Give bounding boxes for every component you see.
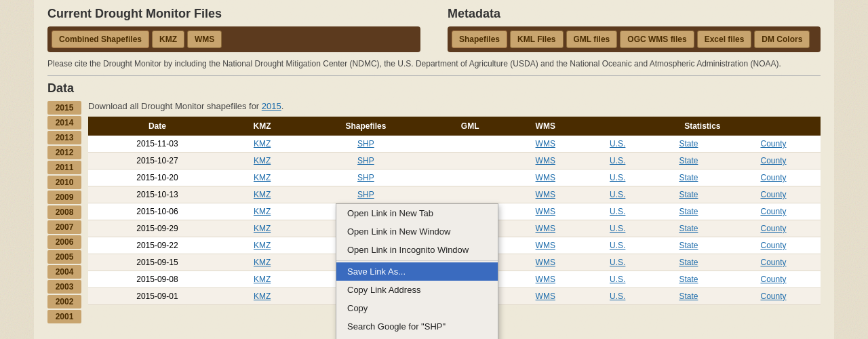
state-link[interactable]: State [679, 258, 698, 267]
cell-county: County [726, 271, 821, 288]
kmz-link[interactable]: KMZ [254, 275, 271, 284]
year-btn-2013[interactable]: 2013 [47, 131, 81, 144]
county-link[interactable]: County [760, 156, 786, 165]
shp-link[interactable]: SHP [357, 190, 374, 199]
county-link[interactable]: County [760, 292, 786, 301]
county-link[interactable]: County [760, 190, 786, 199]
cell-county: County [726, 254, 821, 271]
county-link[interactable]: County [760, 173, 786, 182]
cell-wms: WMS [507, 254, 585, 271]
context-menu-item[interactable]: Save Link As... [336, 262, 498, 281]
wms-link[interactable]: WMS [536, 173, 555, 182]
year-btn-2004[interactable]: 2004 [47, 265, 81, 279]
county-link[interactable]: County [760, 258, 786, 267]
county-link[interactable]: County [760, 207, 786, 216]
year-btn-2003[interactable]: 2003 [47, 280, 81, 294]
ogc-wms-btn[interactable]: OGC WMS files [620, 31, 694, 48]
year-btn-2009[interactable]: 2009 [47, 191, 81, 204]
menu-item-label: Open Link in Incognito Window [347, 245, 469, 255]
county-link[interactable]: County [760, 224, 786, 233]
wms-link[interactable]: WMS [536, 139, 555, 148]
cell-date: 2015-09-29 [88, 220, 226, 237]
wms-link[interactable]: WMS [536, 292, 555, 301]
year-btn-2007[interactable]: 2007 [47, 220, 81, 234]
drought-btn-group: Combined Shapefiles KMZ WMS [47, 26, 420, 52]
us-link[interactable]: U.S. [610, 156, 625, 165]
county-link[interactable]: County [760, 241, 786, 250]
cell-us: U.S. [585, 153, 651, 170]
kmz-link[interactable]: KMZ [254, 224, 271, 233]
state-link[interactable]: State [679, 241, 698, 250]
kmz-link[interactable]: KMZ [254, 156, 271, 165]
context-menu-item[interactable]: Print... [336, 336, 498, 339]
context-menu-item[interactable]: Open Link in Incognito Window [336, 241, 498, 259]
year-btn-2006[interactable]: 2006 [47, 235, 81, 249]
state-link[interactable]: State [679, 224, 698, 233]
us-link[interactable]: U.S. [610, 258, 625, 267]
state-link[interactable]: State [679, 207, 698, 216]
kmz-link[interactable]: KMZ [254, 190, 271, 199]
kmz-link[interactable]: KMZ [254, 258, 271, 267]
year-btn-2010[interactable]: 2010 [47, 176, 81, 189]
shapefiles-btn[interactable]: Shapefiles [452, 31, 507, 48]
year-btn-2001[interactable]: 2001 [47, 310, 81, 323]
us-link[interactable]: U.S. [610, 173, 625, 182]
year-btn-2002[interactable]: 2002 [47, 295, 81, 308]
wms-link[interactable]: WMS [536, 241, 555, 250]
wms-link[interactable]: WMS [536, 258, 555, 267]
kmz-link[interactable]: KMZ [254, 139, 271, 148]
us-link[interactable]: U.S. [610, 207, 625, 216]
dm-colors-btn[interactable]: DM Colors [754, 31, 810, 48]
year-btn-2011[interactable]: 2011 [47, 161, 81, 174]
wms-btn[interactable]: WMS [187, 31, 222, 48]
context-menu-item[interactable]: Open Link in New Tab [336, 204, 498, 222]
cell-wms: WMS [507, 203, 585, 220]
year-btn-2005[interactable]: 2005 [47, 250, 81, 264]
wms-link[interactable]: WMS [536, 275, 555, 284]
download-line: Download all Drought Monitor shapefiles … [88, 101, 821, 111]
context-menu-item[interactable]: Search Google for "SHP" [336, 317, 498, 336]
state-link[interactable]: State [679, 173, 698, 182]
gml-files-btn[interactable]: GML files [566, 31, 618, 48]
cell-us: U.S. [585, 136, 651, 153]
context-menu-item[interactable]: Copy [336, 299, 498, 317]
excel-files-btn[interactable]: Excel files [697, 31, 752, 48]
state-link[interactable]: State [679, 292, 698, 301]
kmz-link[interactable]: KMZ [254, 207, 271, 216]
us-link[interactable]: U.S. [610, 224, 625, 233]
context-menu-item[interactable]: Open Link in New Window [336, 222, 498, 241]
state-link[interactable]: State [679, 190, 698, 199]
year-sidebar: 2015 2014 2013 2012 2011 2010 2009 2008 … [47, 101, 81, 323]
wms-link[interactable]: WMS [536, 156, 555, 165]
kmz-link[interactable]: KMZ [254, 173, 271, 182]
us-link[interactable]: U.S. [610, 139, 625, 148]
combined-shapefiles-btn[interactable]: Combined Shapefiles [52, 31, 149, 48]
wms-link[interactable]: WMS [536, 190, 555, 199]
shp-link[interactable]: SHP [357, 173, 374, 182]
download-year-link[interactable]: 2015 [262, 101, 281, 111]
wms-link[interactable]: WMS [536, 207, 555, 216]
us-link[interactable]: U.S. [610, 292, 625, 301]
shp-link[interactable]: SHP [357, 156, 374, 165]
county-link[interactable]: County [760, 275, 786, 284]
year-btn-2015[interactable]: 2015 [47, 101, 81, 115]
us-link[interactable]: U.S. [610, 241, 625, 250]
county-link[interactable]: County [760, 139, 786, 148]
state-link[interactable]: State [679, 275, 698, 284]
kmz-link[interactable]: KMZ [254, 292, 271, 301]
year-btn-2014[interactable]: 2014 [47, 116, 81, 129]
us-link[interactable]: U.S. [610, 190, 625, 199]
shp-link[interactable]: SHP [357, 139, 374, 148]
kmz-link[interactable]: KMZ [254, 241, 271, 250]
cell-date: 2015-09-15 [88, 254, 226, 271]
context-menu-item[interactable]: Copy Link Address [336, 281, 498, 299]
cell-wms: WMS [507, 136, 585, 153]
year-btn-2012[interactable]: 2012 [47, 146, 81, 159]
kmz-btn[interactable]: KMZ [152, 31, 184, 48]
year-btn-2008[interactable]: 2008 [47, 205, 81, 219]
wms-link[interactable]: WMS [536, 224, 555, 233]
us-link[interactable]: U.S. [610, 275, 625, 284]
state-link[interactable]: State [679, 156, 698, 165]
state-link[interactable]: State [679, 139, 698, 148]
kml-files-btn[interactable]: KML Files [510, 31, 563, 48]
